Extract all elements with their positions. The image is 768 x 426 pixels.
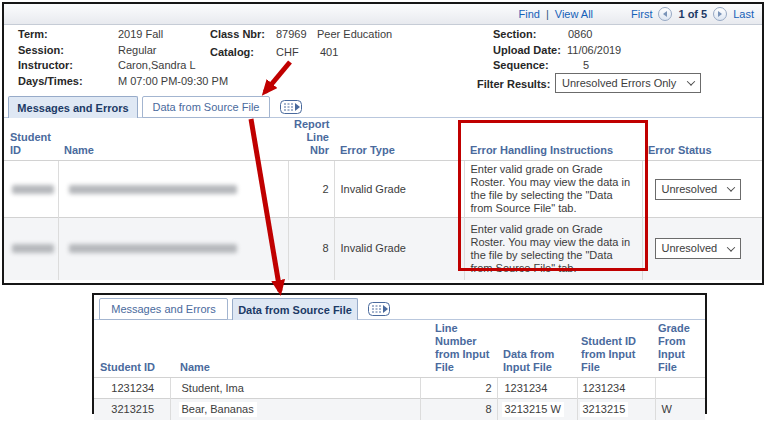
cell-name: Student, Ima xyxy=(170,378,420,399)
messages-and-errors-panel: Find | View All First 1 of 5 Last Term: … xyxy=(2,2,764,285)
filter-results-value: Unresolved Errors Only xyxy=(562,77,676,89)
header-line-number-from-input-file: Line Number from Input File xyxy=(420,320,497,378)
tab-data-from-source-file[interactable]: Data from Source File xyxy=(232,298,358,320)
pagebar-separator: | xyxy=(546,8,549,20)
table-row: 2 Invalid Grade Enter valid grade on Gra… xyxy=(4,161,762,218)
header-student-id: Student ID xyxy=(94,320,170,378)
bottom-tabs: Messages and Errors Data from Source Fil… xyxy=(94,298,705,320)
redacted-name xyxy=(69,244,237,253)
page-position: 1 of 5 xyxy=(678,8,707,20)
catalog-label: Catalog: xyxy=(210,46,254,58)
header-student-id: Student ID xyxy=(4,116,58,161)
cell-report-line-nbr: 2 xyxy=(288,161,334,218)
upload-date-value: 11/06/2019 xyxy=(567,44,621,56)
header-student-id-from-input-file: Student ID from Input File xyxy=(577,320,655,378)
error-status-value: Unresolved xyxy=(662,183,718,196)
messages-errors-table: Student ID Name Report Line Nbr Error Ty… xyxy=(4,116,762,280)
header-error-type: Error Type xyxy=(334,116,464,161)
chevron-down-icon xyxy=(726,183,734,191)
top-tabs: Messages and Errors Data from Source Fil… xyxy=(4,96,762,118)
redacted-name xyxy=(69,185,237,194)
cell-data-from-input-file: 3213215 W xyxy=(497,399,577,420)
sequence-label: Sequence: xyxy=(493,59,549,71)
header-grade-from-input-file: Grade From Input File xyxy=(655,320,705,378)
cell-grade xyxy=(655,378,705,399)
header-report-line-nbr: Report Line Nbr xyxy=(288,116,334,161)
cell-grade: W xyxy=(655,399,705,420)
cell-line-number: 2 xyxy=(420,378,497,399)
days-times-value: M 07:00 PM-09:30 PM xyxy=(118,75,228,87)
prev-page-icon[interactable] xyxy=(658,7,672,21)
error-status-select[interactable]: Unresolved xyxy=(655,238,741,259)
table-row: 1231234 Student, Ima 2 1231234 1231234 xyxy=(94,378,705,399)
find-link[interactable]: Find xyxy=(518,8,539,20)
source-file-table: Student ID Name Line Number from Input F… xyxy=(94,320,705,420)
cell-name: Bear, Bananas xyxy=(170,399,420,420)
data-field: 1231234 xyxy=(502,381,551,396)
header-error-handling-instructions: Error Handling Instructions xyxy=(464,116,642,161)
chevron-down-icon xyxy=(687,77,695,85)
first-link[interactable]: First xyxy=(631,8,652,20)
tab-data-from-source-file[interactable]: Data from Source File xyxy=(142,96,270,118)
cell-report-line-nbr: 8 xyxy=(288,218,334,280)
class-nbr-value: 87969 xyxy=(276,28,307,40)
cell-student-id: 1231234 xyxy=(94,378,170,399)
pagebar: Find | View All First 1 of 5 Last xyxy=(4,4,762,25)
header-name: Name xyxy=(170,320,420,378)
cell-error-status: Unresolved xyxy=(642,161,762,218)
error-status-value: Unresolved xyxy=(662,242,718,255)
show-all-columns-icon[interactable] xyxy=(368,302,391,318)
data-field: 3213215 W xyxy=(502,402,564,417)
class-nbr-label: Class Nbr: xyxy=(210,28,265,40)
last-link[interactable]: Last xyxy=(733,8,754,20)
screenshot: Find | View All First 1 of 5 Last Term: … xyxy=(0,0,768,426)
redacted-student-id xyxy=(12,185,54,194)
next-page-icon[interactable] xyxy=(713,7,727,21)
header-name: Name xyxy=(58,116,288,161)
name-field: Bear, Bananas xyxy=(179,402,257,417)
tab-label: Data from Source File xyxy=(238,304,352,316)
cell-line-number: 8 xyxy=(420,399,497,420)
header-row: Student ID Name Line Number from Input F… xyxy=(94,320,705,378)
instructor-label: Instructor: xyxy=(18,59,73,71)
tab-label: Data from Source File xyxy=(153,101,260,113)
filter-results-label: Filter Results: xyxy=(477,78,550,90)
cell-error-handling-instructions: Enter valid grade on Grade Roster. You m… xyxy=(464,218,642,280)
cell-name xyxy=(58,218,288,280)
sequence-value: 5 xyxy=(583,59,589,71)
cell-student-id-from-input-file: 1231234 xyxy=(577,378,655,399)
filter-results-select[interactable]: Unresolved Errors Only xyxy=(555,73,701,93)
section-label: Section: xyxy=(493,28,536,40)
cell-data-from-input-file: 1231234 xyxy=(497,378,577,399)
show-all-columns-icon[interactable] xyxy=(280,100,303,116)
term-value: 2019 Fall xyxy=(118,28,163,40)
header-error-status: Error Status xyxy=(642,116,762,161)
session-label: Session: xyxy=(18,44,64,56)
instructor-value: Caron,Sandra L xyxy=(118,59,196,71)
section-value: 0860 xyxy=(568,28,592,40)
header-row: Student ID Name Report Line Nbr Error Ty… xyxy=(4,116,762,161)
id-field: 1231234 xyxy=(580,381,629,396)
table-row: 8 Invalid Grade Enter valid grade on Gra… xyxy=(4,218,762,280)
cell-student-id: 3213215 xyxy=(94,399,170,420)
tab-messages-and-errors[interactable]: Messages and Errors xyxy=(99,298,228,320)
cell-name xyxy=(58,161,288,218)
cell-student-id xyxy=(4,161,58,218)
session-value: Regular xyxy=(118,44,157,56)
catalog-nbr-value: 401 xyxy=(320,46,338,58)
tab-label: Messages and Errors xyxy=(17,102,128,114)
cell-error-handling-instructions: Enter valid grade on Grade Roster. You m… xyxy=(464,161,642,218)
id-field: 3213215 xyxy=(580,402,629,417)
cell-student-id-from-input-file: 3213215 xyxy=(577,399,655,420)
table-row: 3213215 Bear, Bananas 8 3213215 W 321321… xyxy=(94,399,705,420)
class-title-value: Peer Education xyxy=(317,28,392,40)
name-field: Student, Ima xyxy=(179,381,247,396)
chevron-down-icon xyxy=(726,243,734,251)
error-status-select[interactable]: Unresolved xyxy=(655,179,741,200)
view-all-link[interactable]: View All xyxy=(555,8,593,20)
tab-messages-and-errors[interactable]: Messages and Errors xyxy=(8,96,138,118)
days-times-label: Days/Times: xyxy=(18,75,83,87)
cell-error-type: Invalid Grade xyxy=(334,218,464,280)
data-from-source-file-panel: Messages and Errors Data from Source Fil… xyxy=(92,293,707,414)
cell-student-id xyxy=(4,218,58,280)
